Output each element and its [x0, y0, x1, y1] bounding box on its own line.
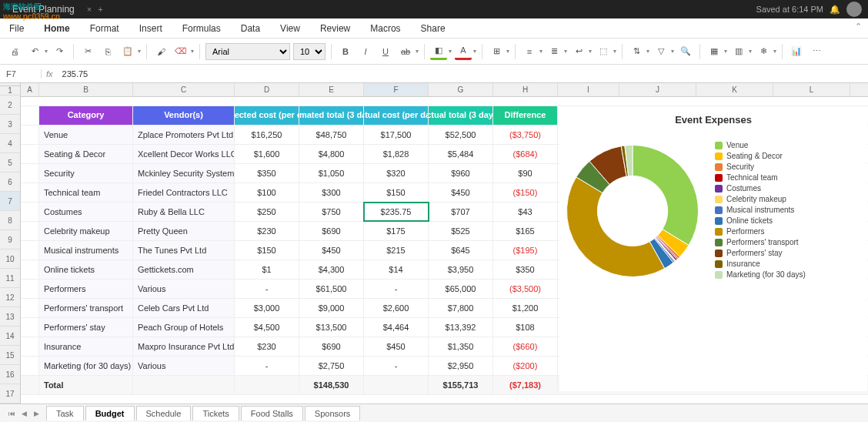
cell-est-total[interactable]: $4,800: [299, 145, 364, 163]
cell-vendor[interactable]: Ruby & Bella LLC: [133, 203, 235, 221]
underline-button[interactable]: U: [377, 43, 394, 60]
sort-icon[interactable]: ⇅: [628, 43, 645, 60]
merge-cells-icon[interactable]: ⬚: [595, 43, 612, 60]
cell-vendor[interactable]: Pretty Queen: [133, 222, 235, 240]
cell-actual-total[interactable]: $13,392: [429, 318, 493, 337]
cell-difference[interactable]: ($3,500): [493, 280, 558, 298]
cell-actual-cost[interactable]: $2,600: [364, 299, 429, 317]
menu-file[interactable]: File: [9, 23, 24, 34]
insert-cols-icon[interactable]: ▥: [730, 43, 747, 60]
borders-icon[interactable]: ⊞: [488, 43, 505, 60]
cell-difference[interactable]: $90: [493, 164, 558, 183]
row-header-3[interactable]: 3: [0, 115, 20, 134]
cell-actual-total[interactable]: $645: [429, 241, 493, 260]
cell-total-d[interactable]: [235, 376, 299, 394]
cell-expected-cost[interactable]: $230: [235, 337, 299, 356]
bold-button[interactable]: B: [337, 43, 354, 60]
cell-est-total[interactable]: $2,750: [299, 357, 364, 375]
col-header-H[interactable]: H: [493, 83, 558, 96]
cell-est-total[interactable]: $690: [299, 222, 364, 240]
cell-a14[interactable]: [21, 337, 39, 356]
cell-expected-cost[interactable]: $16,250: [235, 126, 299, 144]
align-left-icon[interactable]: ≡: [521, 43, 538, 60]
cell-est-total[interactable]: $48,750: [299, 126, 364, 144]
cell-actual-cost[interactable]: $17,500: [364, 126, 429, 144]
cell-expected-cost[interactable]: -: [235, 357, 299, 375]
cell-a13[interactable]: [21, 318, 39, 337]
chart-icon[interactable]: 📊: [788, 43, 805, 60]
cell-actual-total[interactable]: $1,350: [429, 337, 493, 356]
row-header-17[interactable]: 17: [0, 384, 20, 404]
cell-actual-total[interactable]: $65,000: [429, 280, 493, 298]
cell-category[interactable]: Costumes: [39, 203, 133, 221]
cell-actual-total[interactable]: $707: [429, 203, 493, 221]
cell-difference[interactable]: $350: [493, 260, 558, 279]
cell-expected-cost[interactable]: $1,600: [235, 145, 299, 163]
cell-est-total[interactable]: $13,500: [299, 318, 364, 337]
menu-review[interactable]: Review: [320, 23, 350, 34]
menu-insert[interactable]: Insert: [139, 23, 162, 34]
add-tab-icon[interactable]: +: [98, 5, 102, 14]
cell-a6[interactable]: [21, 183, 39, 202]
chart-container[interactable]: Event Expenses VenueSeating & DecorSecur…: [559, 114, 867, 391]
menu-home[interactable]: Home: [44, 23, 69, 34]
sheet-tab-sponsors[interactable]: Sponsors: [305, 406, 360, 420]
cell-expected-cost[interactable]: $100: [235, 183, 299, 202]
row-header-1[interactable]: 1: [0, 86, 20, 95]
row-header-2[interactable]: 2: [0, 95, 20, 115]
cell-vendor[interactable]: The Tunes Pvt Ltd: [133, 241, 235, 260]
cell-est-total[interactable]: $300: [299, 183, 364, 202]
cell-a12[interactable]: [21, 299, 39, 317]
align-middle-icon[interactable]: ≣: [546, 43, 563, 60]
row-header-12[interactable]: 12: [0, 288, 20, 307]
row-header-10[interactable]: 10: [0, 250, 20, 269]
cell-category[interactable]: Marketing (for 30 days): [39, 357, 133, 375]
cell-est-total[interactable]: $9,000: [299, 299, 364, 317]
row-header-5[interactable]: 5: [0, 153, 20, 172]
cell-actual-cost[interactable]: $215: [364, 241, 429, 260]
cell-difference[interactable]: $43: [493, 203, 558, 221]
sheet-tab-tickets[interactable]: Tickets: [192, 406, 239, 420]
find-icon[interactable]: 🔍: [677, 43, 694, 60]
cell-est-total[interactable]: $1,050: [299, 164, 364, 183]
sheet-tab-task[interactable]: Task: [46, 406, 84, 420]
cell-vendor[interactable]: Various: [133, 357, 235, 375]
cell-total-at[interactable]: $155,713: [429, 376, 493, 394]
row-header-6[interactable]: 6: [0, 172, 20, 192]
cell-actual-total[interactable]: $525: [429, 222, 493, 240]
cell-difference[interactable]: ($150): [493, 183, 558, 202]
cell-difference[interactable]: $165: [493, 222, 558, 240]
cell-category[interactable]: Performers' stay: [39, 318, 133, 337]
cell-a3[interactable]: [21, 126, 39, 144]
cell-a4[interactable]: [21, 145, 39, 163]
undo-icon[interactable]: ↶: [26, 43, 43, 60]
cell-expected-cost[interactable]: $3,000: [235, 299, 299, 317]
row-header-4[interactable]: 4: [0, 134, 20, 153]
cell-a5[interactable]: [21, 164, 39, 183]
cell-category[interactable]: Online tickets: [39, 260, 133, 279]
cell-est-total[interactable]: $750: [299, 203, 364, 221]
col-header-D[interactable]: D: [235, 83, 299, 96]
cell-a11[interactable]: [21, 280, 39, 298]
cell-expected-cost[interactable]: $250: [235, 203, 299, 221]
wrap-text-icon[interactable]: ↩: [570, 43, 587, 60]
cell-a16[interactable]: [21, 376, 39, 394]
cut-icon[interactable]: ✂: [79, 43, 96, 60]
menu-data[interactable]: Data: [241, 23, 260, 34]
cell-actual-total[interactable]: $450: [429, 183, 493, 202]
italic-button[interactable]: I: [357, 43, 374, 60]
cell-a7[interactable]: [21, 203, 39, 221]
cell-difference[interactable]: ($200): [493, 357, 558, 375]
cell-vendor[interactable]: Maxpro Insurance Pvt Ltd: [133, 337, 235, 356]
text-color-icon[interactable]: A: [455, 43, 472, 60]
cell-expected-cost[interactable]: $350: [235, 164, 299, 183]
cell-category[interactable]: Venue: [39, 126, 133, 144]
font-size-select[interactable]: 10: [293, 43, 326, 60]
cell-expected-cost[interactable]: $1: [235, 260, 299, 279]
cell-category[interactable]: Seating & Decor: [39, 145, 133, 163]
cell-vendor[interactable]: Various: [133, 280, 235, 298]
col-header-B[interactable]: B: [39, 83, 133, 96]
cell-actual-total[interactable]: $2,950: [429, 357, 493, 375]
sheet-tab-food-stalls[interactable]: Food Stalls: [241, 406, 303, 420]
sheet-tab-budget[interactable]: Budget: [85, 406, 135, 420]
